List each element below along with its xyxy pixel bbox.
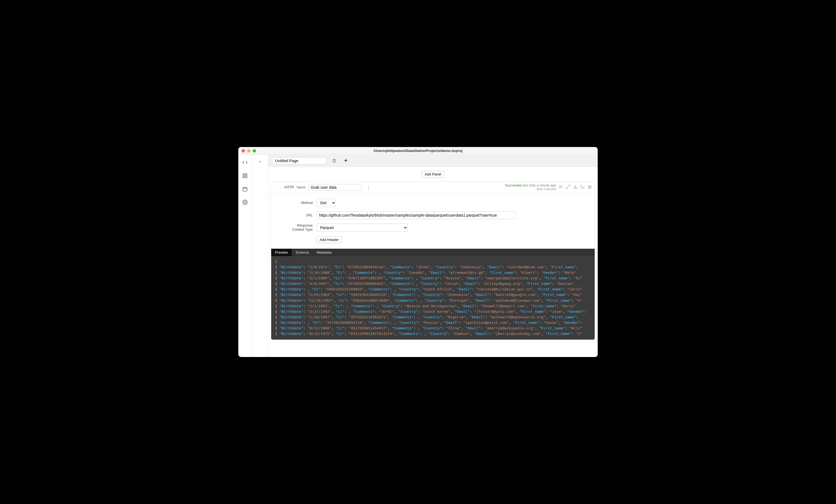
- tab-preview[interactable]: Preview: [271, 249, 292, 256]
- url-label: URL: [285, 213, 313, 217]
- svg-point-8: [244, 202, 246, 203]
- panel-header: HTTP Name ⋮ Succeeded less than a minute…: [271, 182, 595, 193]
- svg-rect-2: [245, 176, 247, 178]
- preview-output: [ { "Birthdate": "3/8/1971", "Cc": "6759…: [271, 256, 595, 340]
- sub-nav: [251, 155, 268, 357]
- tab-metadata[interactable]: Metadata: [313, 249, 335, 256]
- status-took: Took 1 second: [505, 187, 556, 191]
- http-panel: HTTP Name ⋮ Succeeded less than a minute…: [271, 181, 595, 340]
- content-type-label: ResponseContent Type: [285, 224, 313, 232]
- svg-line-10: [568, 185, 570, 187]
- tab-schema[interactable]: Schema: [292, 249, 313, 256]
- left-iconbar: [238, 155, 251, 357]
- delete-page-button[interactable]: [330, 157, 338, 165]
- zoom-window-icon[interactable]: [253, 149, 256, 153]
- content-type-select[interactable]: Parquet: [317, 224, 408, 232]
- page-title-input[interactable]: [272, 157, 326, 164]
- gear-icon[interactable]: [242, 199, 248, 206]
- dashboard-icon[interactable]: [242, 173, 248, 180]
- svg-marker-9: [560, 185, 562, 188]
- download-icon[interactable]: [573, 185, 577, 190]
- method-select[interactable]: Get: [317, 199, 336, 207]
- svg-line-13: [581, 185, 584, 189]
- hide-icon[interactable]: [580, 185, 585, 190]
- panel-body: Method Get URL ResponseContent Type Parq…: [271, 193, 595, 249]
- add-header-button[interactable]: Add Header: [317, 236, 342, 243]
- svg-line-11: [567, 187, 568, 189]
- trash-icon[interactable]: [587, 185, 592, 190]
- add-page-button[interactable]: +: [342, 157, 350, 164]
- close-window-icon[interactable]: [242, 149, 245, 153]
- code-icon[interactable]: [242, 160, 248, 166]
- chevron-down-icon[interactable]: [279, 185, 282, 190]
- chevron-right-icon[interactable]: [258, 160, 262, 357]
- minimize-window-icon[interactable]: [247, 149, 250, 153]
- add-panel-button[interactable]: Add Panel: [422, 171, 444, 178]
- panel-status: Succeeded less than a minute ago Took 1 …: [505, 183, 556, 191]
- window-title: /Users/philipeaton/DataStationProjects/d…: [374, 149, 462, 153]
- svg-rect-3: [243, 176, 244, 178]
- result-tabs: Preview Schema Metadata: [271, 249, 595, 256]
- panel-type: HTTP: [284, 185, 294, 189]
- titlebar: /Users/philipeaton/DataStationProjects/d…: [238, 147, 598, 155]
- name-label: Name: [297, 186, 305, 189]
- svg-rect-0: [243, 174, 244, 175]
- calendar-icon[interactable]: [242, 186, 248, 193]
- chevron-up-icon[interactable]: [274, 185, 277, 190]
- traffic-lights: [242, 149, 256, 153]
- svg-rect-4: [243, 187, 247, 191]
- status-ago: less than a minute ago: [522, 183, 556, 187]
- page-tabs: +: [268, 155, 598, 167]
- panel-menu-button[interactable]: ⋮: [364, 185, 373, 190]
- status-succeeded: Succeeded: [505, 183, 522, 187]
- svg-rect-1: [245, 174, 247, 175]
- method-label: Method: [285, 201, 313, 205]
- url-input[interactable]: [317, 211, 516, 219]
- app-window: /Users/philipeaton/DataStationProjects/d…: [238, 147, 598, 357]
- panel-name-input[interactable]: [308, 184, 362, 191]
- run-icon[interactable]: [559, 185, 563, 190]
- expand-icon[interactable]: [566, 185, 570, 190]
